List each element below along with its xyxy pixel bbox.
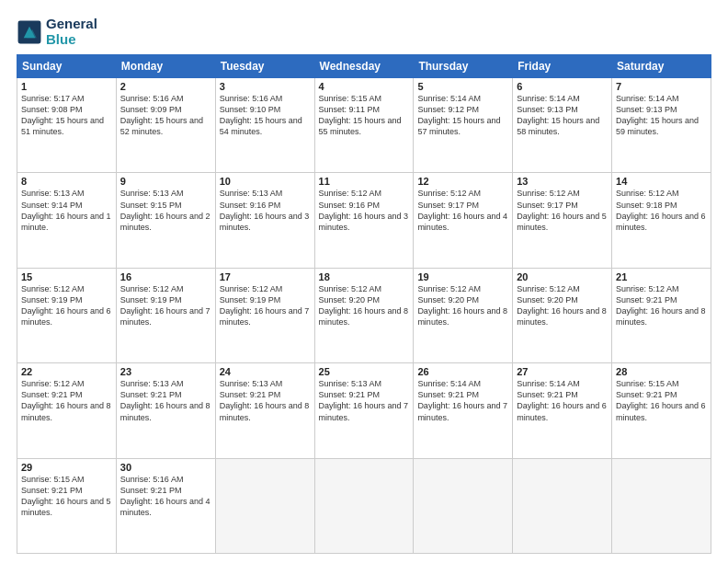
calendar-cell bbox=[513, 458, 612, 553]
calendar-cell bbox=[314, 458, 414, 553]
calendar-cell: 29Sunrise: 5:15 AM Sunset: 9:21 PM Dayli… bbox=[17, 458, 117, 553]
calendar-cell: 14Sunrise: 5:12 AM Sunset: 9:18 PM Dayli… bbox=[612, 173, 711, 268]
day-number: 20 bbox=[517, 271, 608, 282]
calendar-cell: 26Sunrise: 5:14 AM Sunset: 9:21 PM Dayli… bbox=[414, 363, 513, 458]
calendar-cell: 12Sunrise: 5:12 AM Sunset: 9:17 PM Dayli… bbox=[414, 173, 513, 268]
day-info: Sunrise: 5:12 AM Sunset: 9:21 PM Dayligh… bbox=[21, 378, 112, 423]
day-info: Sunrise: 5:15 AM Sunset: 9:21 PM Dayligh… bbox=[616, 378, 707, 423]
day-number: 17 bbox=[220, 271, 311, 282]
day-number: 13 bbox=[517, 176, 608, 187]
day-number: 18 bbox=[319, 271, 410, 282]
day-info: Sunrise: 5:14 AM Sunset: 9:13 PM Dayligh… bbox=[616, 93, 707, 138]
weekday-header: Wednesday bbox=[314, 55, 414, 78]
day-info: Sunrise: 5:16 AM Sunset: 9:09 PM Dayligh… bbox=[120, 93, 211, 138]
day-info: Sunrise: 5:14 AM Sunset: 9:13 PM Dayligh… bbox=[517, 93, 608, 138]
day-info: Sunrise: 5:12 AM Sunset: 9:20 PM Dayligh… bbox=[517, 283, 608, 328]
day-info: Sunrise: 5:13 AM Sunset: 9:14 PM Dayligh… bbox=[21, 188, 112, 233]
calendar-cell: 17Sunrise: 5:12 AM Sunset: 9:19 PM Dayli… bbox=[215, 268, 314, 362]
day-info: Sunrise: 5:12 AM Sunset: 9:19 PM Dayligh… bbox=[220, 283, 311, 328]
day-number: 15 bbox=[21, 271, 112, 282]
logo-icon bbox=[17, 19, 42, 45]
calendar-cell: 1Sunrise: 5:17 AM Sunset: 9:08 PM Daylig… bbox=[17, 78, 117, 173]
calendar-cell: 25Sunrise: 5:13 AM Sunset: 9:21 PM Dayli… bbox=[314, 363, 414, 458]
day-info: Sunrise: 5:15 AM Sunset: 9:21 PM Dayligh… bbox=[21, 474, 112, 519]
calendar-cell: 5Sunrise: 5:14 AM Sunset: 9:12 PM Daylig… bbox=[414, 78, 513, 173]
calendar-cell: 18Sunrise: 5:12 AM Sunset: 9:20 PM Dayli… bbox=[314, 268, 414, 362]
day-number: 24 bbox=[220, 366, 311, 377]
day-info: Sunrise: 5:12 AM Sunset: 9:16 PM Dayligh… bbox=[319, 188, 410, 233]
day-number: 28 bbox=[616, 366, 707, 377]
day-info: Sunrise: 5:12 AM Sunset: 9:19 PM Dayligh… bbox=[21, 283, 112, 328]
day-number: 27 bbox=[517, 366, 608, 377]
calendar-cell: 24Sunrise: 5:13 AM Sunset: 9:21 PM Dayli… bbox=[215, 363, 314, 458]
day-number: 25 bbox=[319, 366, 410, 377]
calendar-cell: 22Sunrise: 5:12 AM Sunset: 9:21 PM Dayli… bbox=[17, 363, 117, 458]
day-number: 14 bbox=[616, 176, 707, 187]
calendar-cell: 30Sunrise: 5:16 AM Sunset: 9:21 PM Dayli… bbox=[116, 458, 215, 553]
day-info: Sunrise: 5:12 AM Sunset: 9:21 PM Dayligh… bbox=[616, 283, 707, 328]
calendar-cell: 9Sunrise: 5:13 AM Sunset: 9:15 PM Daylig… bbox=[116, 173, 215, 268]
calendar-cell bbox=[414, 458, 513, 553]
day-number: 2 bbox=[120, 81, 211, 92]
day-number: 30 bbox=[120, 462, 211, 473]
weekday-header: Sunday bbox=[17, 55, 117, 78]
day-number: 19 bbox=[417, 271, 508, 282]
calendar-cell: 20Sunrise: 5:12 AM Sunset: 9:20 PM Dayli… bbox=[513, 268, 612, 362]
calendar-cell: 13Sunrise: 5:12 AM Sunset: 9:17 PM Dayli… bbox=[513, 173, 612, 268]
day-info: Sunrise: 5:12 AM Sunset: 9:18 PM Dayligh… bbox=[616, 188, 707, 233]
logo-text: GeneralBlue bbox=[46, 17, 97, 47]
calendar-cell: 2Sunrise: 5:16 AM Sunset: 9:09 PM Daylig… bbox=[116, 78, 215, 173]
calendar-cell: 23Sunrise: 5:13 AM Sunset: 9:21 PM Dayli… bbox=[116, 363, 215, 458]
day-info: Sunrise: 5:17 AM Sunset: 9:08 PM Dayligh… bbox=[21, 93, 112, 138]
day-info: Sunrise: 5:14 AM Sunset: 9:21 PM Dayligh… bbox=[517, 378, 608, 423]
day-number: 21 bbox=[616, 271, 707, 282]
logo: GeneralBlue bbox=[17, 17, 97, 47]
day-info: Sunrise: 5:12 AM Sunset: 9:20 PM Dayligh… bbox=[319, 283, 410, 328]
calendar-cell: 21Sunrise: 5:12 AM Sunset: 9:21 PM Dayli… bbox=[612, 268, 711, 362]
day-number: 9 bbox=[120, 176, 211, 187]
calendar-cell: 15Sunrise: 5:12 AM Sunset: 9:19 PM Dayli… bbox=[17, 268, 117, 362]
day-number: 7 bbox=[616, 81, 707, 92]
day-info: Sunrise: 5:12 AM Sunset: 9:20 PM Dayligh… bbox=[417, 283, 508, 328]
calendar-cell: 6Sunrise: 5:14 AM Sunset: 9:13 PM Daylig… bbox=[513, 78, 612, 173]
calendar-cell: 4Sunrise: 5:15 AM Sunset: 9:11 PM Daylig… bbox=[314, 78, 414, 173]
day-number: 22 bbox=[21, 366, 112, 377]
calendar-cell: 7Sunrise: 5:14 AM Sunset: 9:13 PM Daylig… bbox=[612, 78, 711, 173]
day-info: Sunrise: 5:13 AM Sunset: 9:21 PM Dayligh… bbox=[319, 378, 410, 423]
calendar-cell bbox=[612, 458, 711, 553]
day-number: 29 bbox=[21, 462, 112, 473]
calendar-table: SundayMondayTuesdayWednesdayThursdayFrid… bbox=[17, 54, 711, 554]
calendar-cell: 28Sunrise: 5:15 AM Sunset: 9:21 PM Dayli… bbox=[612, 363, 711, 458]
day-number: 4 bbox=[319, 81, 410, 92]
weekday-header: Thursday bbox=[414, 55, 513, 78]
day-info: Sunrise: 5:12 AM Sunset: 9:17 PM Dayligh… bbox=[417, 188, 508, 233]
day-number: 26 bbox=[417, 366, 508, 377]
page-header: GeneralBlue bbox=[17, 17, 711, 47]
day-number: 12 bbox=[417, 176, 508, 187]
calendar-cell bbox=[215, 458, 314, 553]
day-number: 3 bbox=[220, 81, 311, 92]
weekday-header: Monday bbox=[116, 55, 215, 78]
day-info: Sunrise: 5:13 AM Sunset: 9:15 PM Dayligh… bbox=[120, 188, 211, 233]
day-number: 5 bbox=[417, 81, 508, 92]
day-info: Sunrise: 5:15 AM Sunset: 9:11 PM Dayligh… bbox=[319, 93, 410, 138]
calendar-cell: 19Sunrise: 5:12 AM Sunset: 9:20 PM Dayli… bbox=[414, 268, 513, 362]
day-number: 23 bbox=[120, 366, 211, 377]
day-info: Sunrise: 5:14 AM Sunset: 9:12 PM Dayligh… bbox=[417, 93, 508, 138]
weekday-header: Friday bbox=[513, 55, 612, 78]
day-info: Sunrise: 5:13 AM Sunset: 9:21 PM Dayligh… bbox=[120, 378, 211, 423]
day-number: 6 bbox=[517, 81, 608, 92]
calendar-cell: 27Sunrise: 5:14 AM Sunset: 9:21 PM Dayli… bbox=[513, 363, 612, 458]
day-number: 8 bbox=[21, 176, 112, 187]
weekday-header: Saturday bbox=[612, 55, 711, 78]
calendar-cell: 3Sunrise: 5:16 AM Sunset: 9:10 PM Daylig… bbox=[215, 78, 314, 173]
day-number: 11 bbox=[319, 176, 410, 187]
calendar-cell: 10Sunrise: 5:13 AM Sunset: 9:16 PM Dayli… bbox=[215, 173, 314, 268]
calendar-cell: 8Sunrise: 5:13 AM Sunset: 9:14 PM Daylig… bbox=[17, 173, 117, 268]
calendar-cell: 11Sunrise: 5:12 AM Sunset: 9:16 PM Dayli… bbox=[314, 173, 414, 268]
day-number: 10 bbox=[220, 176, 311, 187]
day-number: 1 bbox=[21, 81, 112, 92]
weekday-header: Tuesday bbox=[215, 55, 314, 78]
calendar-cell: 16Sunrise: 5:12 AM Sunset: 9:19 PM Dayli… bbox=[116, 268, 215, 362]
day-info: Sunrise: 5:16 AM Sunset: 9:10 PM Dayligh… bbox=[220, 93, 311, 138]
